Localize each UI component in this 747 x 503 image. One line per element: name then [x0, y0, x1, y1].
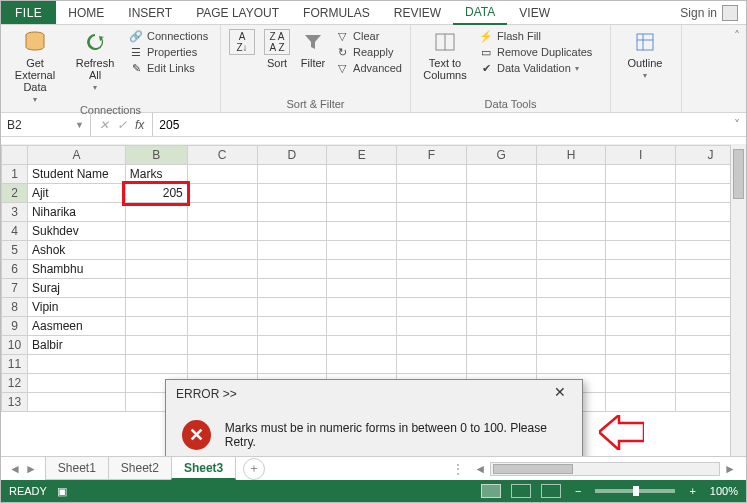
row-header-13[interactable]: 13: [2, 393, 28, 412]
cell-B2[interactable]: 205: [125, 184, 187, 203]
collapse-ribbon-icon[interactable]: ˄: [734, 29, 740, 43]
cell-H4[interactable]: [536, 222, 606, 241]
cell-F8[interactable]: [397, 298, 467, 317]
fx-icon[interactable]: fx: [135, 118, 144, 132]
get-external-data-button[interactable]: Get External Data ▾: [9, 29, 61, 104]
sheet-tab-3[interactable]: Sheet3: [171, 457, 236, 480]
cell-H3[interactable]: [536, 203, 606, 222]
clear-filter-button[interactable]: ▽Clear: [335, 29, 402, 43]
row-header-8[interactable]: 8: [2, 298, 28, 317]
cell-H10[interactable]: [536, 336, 606, 355]
cell-E11[interactable]: [327, 355, 397, 374]
cell-I1[interactable]: [606, 165, 676, 184]
cell-C11[interactable]: [187, 355, 257, 374]
tab-view[interactable]: VIEW: [507, 1, 562, 24]
cell-D9[interactable]: [257, 317, 327, 336]
tab-insert[interactable]: INSERT: [116, 1, 184, 24]
row-header-9[interactable]: 9: [2, 317, 28, 336]
close-icon[interactable]: ✕: [546, 384, 574, 404]
tab-file[interactable]: FILE: [1, 1, 56, 24]
cell-B3[interactable]: [125, 203, 187, 222]
cell-I5[interactable]: [606, 241, 676, 260]
cell-G7[interactable]: [466, 279, 536, 298]
cell-D1[interactable]: [257, 165, 327, 184]
col-header-E[interactable]: E: [327, 146, 397, 165]
cell-A13[interactable]: [27, 393, 125, 412]
sort-button[interactable]: Z AA Z Sort: [263, 29, 291, 69]
cell-B1[interactable]: Marks: [125, 165, 187, 184]
cell-G10[interactable]: [466, 336, 536, 355]
cell-D8[interactable]: [257, 298, 327, 317]
cell-H8[interactable]: [536, 298, 606, 317]
cell-C10[interactable]: [187, 336, 257, 355]
cell-C8[interactable]: [187, 298, 257, 317]
cell-F3[interactable]: [397, 203, 467, 222]
cell-G8[interactable]: [466, 298, 536, 317]
cell-C3[interactable]: [187, 203, 257, 222]
tab-home[interactable]: HOME: [56, 1, 116, 24]
cell-F4[interactable]: [397, 222, 467, 241]
cell-E1[interactable]: [327, 165, 397, 184]
sort-asc-button[interactable]: AZ↓: [229, 29, 255, 55]
cell-F9[interactable]: [397, 317, 467, 336]
cell-B10[interactable]: [125, 336, 187, 355]
cell-C2[interactable]: [187, 184, 257, 203]
cell-H5[interactable]: [536, 241, 606, 260]
row-header-7[interactable]: 7: [2, 279, 28, 298]
cell-D10[interactable]: [257, 336, 327, 355]
cell-F11[interactable]: [397, 355, 467, 374]
cell-F6[interactable]: [397, 260, 467, 279]
row-header-3[interactable]: 3: [2, 203, 28, 222]
cell-E2[interactable]: [327, 184, 397, 203]
col-header-I[interactable]: I: [606, 146, 676, 165]
col-header-G[interactable]: G: [466, 146, 536, 165]
col-header-F[interactable]: F: [397, 146, 467, 165]
cell-C9[interactable]: [187, 317, 257, 336]
view-normal[interactable]: [481, 484, 501, 498]
cell-D5[interactable]: [257, 241, 327, 260]
cell-G3[interactable]: [466, 203, 536, 222]
cell-C5[interactable]: [187, 241, 257, 260]
cancel-formula-icon[interactable]: ✕: [99, 118, 109, 132]
hscroll-right[interactable]: ►: [720, 462, 740, 476]
cell-F1[interactable]: [397, 165, 467, 184]
name-box[interactable]: B2 ▼: [1, 113, 91, 136]
cell-I8[interactable]: [606, 298, 676, 317]
cell-D2[interactable]: [257, 184, 327, 203]
zoom-slider[interactable]: [595, 489, 675, 493]
row-header-6[interactable]: 6: [2, 260, 28, 279]
cell-I11[interactable]: [606, 355, 676, 374]
remove-duplicates-button[interactable]: ▭Remove Duplicates: [479, 45, 592, 59]
cell-A11[interactable]: [27, 355, 125, 374]
cell-E7[interactable]: [327, 279, 397, 298]
sheet-tab-2[interactable]: Sheet2: [108, 457, 172, 480]
cell-B11[interactable]: [125, 355, 187, 374]
cell-D7[interactable]: [257, 279, 327, 298]
row-header-4[interactable]: 4: [2, 222, 28, 241]
cell-A10[interactable]: Balbir: [27, 336, 125, 355]
row-header-5[interactable]: 5: [2, 241, 28, 260]
tab-formulas[interactable]: FORMULAS: [291, 1, 382, 24]
cell-C4[interactable]: [187, 222, 257, 241]
macro-record-icon[interactable]: ▣: [57, 485, 67, 498]
col-header-A[interactable]: A: [27, 146, 125, 165]
cell-A5[interactable]: Ashok: [27, 241, 125, 260]
worksheet[interactable]: A B C D E F G H I J 1Student NameMarks2A…: [1, 145, 746, 456]
text-to-columns-button[interactable]: Text to Columns: [419, 29, 471, 81]
cell-H6[interactable]: [536, 260, 606, 279]
row-header-10[interactable]: 10: [2, 336, 28, 355]
tab-page-layout[interactable]: PAGE LAYOUT: [184, 1, 291, 24]
row-header-12[interactable]: 12: [2, 374, 28, 393]
cell-F10[interactable]: [397, 336, 467, 355]
cell-A7[interactable]: Suraj: [27, 279, 125, 298]
cell-A4[interactable]: Sukhdev: [27, 222, 125, 241]
tab-review[interactable]: REVIEW: [382, 1, 453, 24]
cell-B8[interactable]: [125, 298, 187, 317]
cell-B4[interactable]: [125, 222, 187, 241]
cell-I6[interactable]: [606, 260, 676, 279]
cell-C1[interactable]: [187, 165, 257, 184]
expand-formula-bar[interactable]: ˅: [728, 118, 746, 132]
cell-H7[interactable]: [536, 279, 606, 298]
col-header-C[interactable]: C: [187, 146, 257, 165]
cell-G6[interactable]: [466, 260, 536, 279]
